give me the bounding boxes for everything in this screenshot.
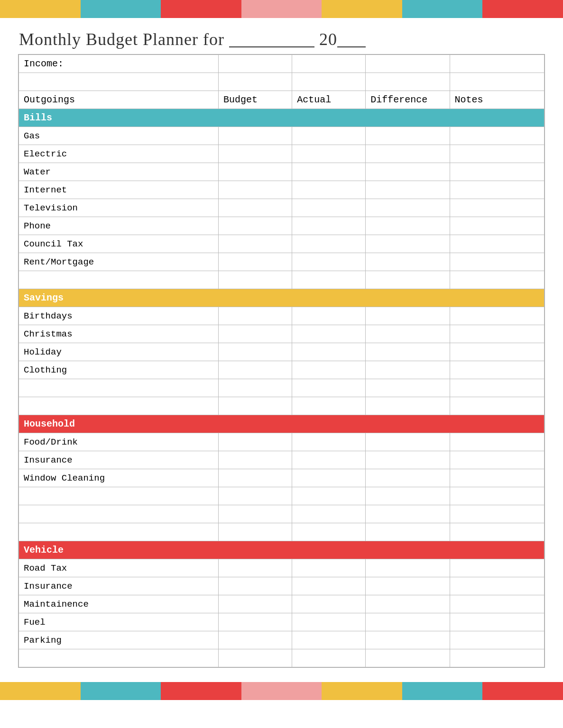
diff-insurance-vehicle [366, 577, 450, 595]
actual-birthdays [292, 307, 366, 325]
item-holiday: Holiday [19, 343, 219, 361]
actual-insurance-vehicle [292, 577, 366, 595]
actual-electric [292, 145, 366, 163]
income-notes [450, 55, 544, 73]
actual-rent-mortgage [292, 253, 366, 271]
item-council-tax: Council Tax [19, 235, 219, 253]
row-clothing: Clothing [19, 361, 545, 379]
diff-fuel [366, 613, 450, 631]
item-television: Television [19, 199, 219, 217]
row-maintainence: Maintainence [19, 595, 545, 613]
bills-section-header: Bills [19, 109, 545, 127]
diff-birthdays [366, 307, 450, 325]
savings-section-header: Savings [19, 289, 545, 307]
actual-phone [292, 217, 366, 235]
row-television: Television [19, 199, 545, 217]
title-year-prefix: 20 [319, 30, 337, 49]
savings-label: Savings [19, 289, 545, 307]
bottom-banner-seg-3 [161, 682, 241, 700]
notes-water [450, 163, 544, 181]
notes-electric [450, 145, 544, 163]
top-banner-seg-7 [482, 0, 563, 18]
diff-phone [366, 217, 450, 235]
notes-fuel [450, 613, 544, 631]
diff-holiday [366, 343, 450, 361]
row-internet: Internet [19, 181, 545, 199]
item-road-tax: Road Tax [19, 559, 219, 577]
budget-insurance-vehicle [219, 577, 292, 595]
top-banner-seg-5 [322, 0, 402, 18]
notes-food-drink [450, 433, 544, 451]
diff-clothing [366, 361, 450, 379]
budget-maintainence [219, 595, 292, 613]
notes-maintainence [450, 595, 544, 613]
diff-insurance-household [366, 451, 450, 469]
budget-clothing [219, 361, 292, 379]
bottom-banner-seg-4 [241, 682, 322, 700]
actual-gas [292, 127, 366, 145]
income-budget [219, 55, 292, 73]
item-clothing: Clothing [19, 361, 219, 379]
budget-gas [219, 127, 292, 145]
row-food-drink: Food/Drink [19, 433, 545, 451]
income-label: Income: [19, 55, 219, 73]
bottom-banner [0, 682, 563, 700]
title-text: Monthly Budget Planner for [19, 30, 224, 49]
diff-window-cleaning [366, 469, 450, 487]
empty-row-savings-2 [19, 397, 545, 415]
vehicle-section-header: Vehicle [19, 541, 545, 559]
row-council-tax: Council Tax [19, 235, 545, 253]
diff-parking [366, 631, 450, 649]
notes-clothing [450, 361, 544, 379]
col-header-outgoings: Outgoings [19, 91, 219, 109]
item-insurance-household: Insurance [19, 451, 219, 469]
item-food-drink: Food/Drink [19, 433, 219, 451]
notes-birthdays [450, 307, 544, 325]
bottom-banner-seg-6 [402, 682, 483, 700]
budget-water [219, 163, 292, 181]
income-diff [366, 55, 450, 73]
notes-internet [450, 181, 544, 199]
item-electric: Electric [19, 145, 219, 163]
row-phone: Phone [19, 217, 545, 235]
row-holiday: Holiday [19, 343, 545, 361]
row-insurance-household: Insurance [19, 451, 545, 469]
item-water: Water [19, 163, 219, 181]
budget-rent-mortgage [219, 253, 292, 271]
top-banner-seg-1 [0, 0, 81, 18]
row-window-cleaning: Window Cleaning [19, 469, 545, 487]
diff-road-tax [366, 559, 450, 577]
budget-television [219, 199, 292, 217]
diff-rent-mortgage [366, 253, 450, 271]
actual-television [292, 199, 366, 217]
column-headers: Outgoings Budget Actual Difference Notes [19, 91, 545, 109]
budget-road-tax [219, 559, 292, 577]
top-banner-seg-3 [161, 0, 241, 18]
actual-window-cleaning [292, 469, 366, 487]
notes-insurance-vehicle [450, 577, 544, 595]
notes-parking [450, 631, 544, 649]
page-title: Monthly Budget Planner for 20 [0, 18, 563, 54]
actual-water [292, 163, 366, 181]
top-banner-seg-6 [402, 0, 483, 18]
top-banner-seg-4 [241, 0, 322, 18]
col-header-actual: Actual [292, 91, 366, 109]
diff-water [366, 163, 450, 181]
notes-television [450, 199, 544, 217]
top-banner-seg-2 [81, 0, 161, 18]
empty-row-bills [19, 271, 545, 289]
income-row: Income: [19, 55, 545, 73]
empty-row-vehicle [19, 649, 545, 667]
income-actual [292, 55, 366, 73]
bottom-banner-seg-2 [81, 682, 161, 700]
budget-christmas [219, 325, 292, 343]
actual-fuel [292, 613, 366, 631]
budget-birthdays [219, 307, 292, 325]
budget-fuel [219, 613, 292, 631]
actual-christmas [292, 325, 366, 343]
household-section-header: Household [19, 415, 545, 433]
row-fuel: Fuel [19, 613, 545, 631]
actual-parking [292, 631, 366, 649]
bottom-banner-seg-7 [482, 682, 563, 700]
actual-insurance-household [292, 451, 366, 469]
